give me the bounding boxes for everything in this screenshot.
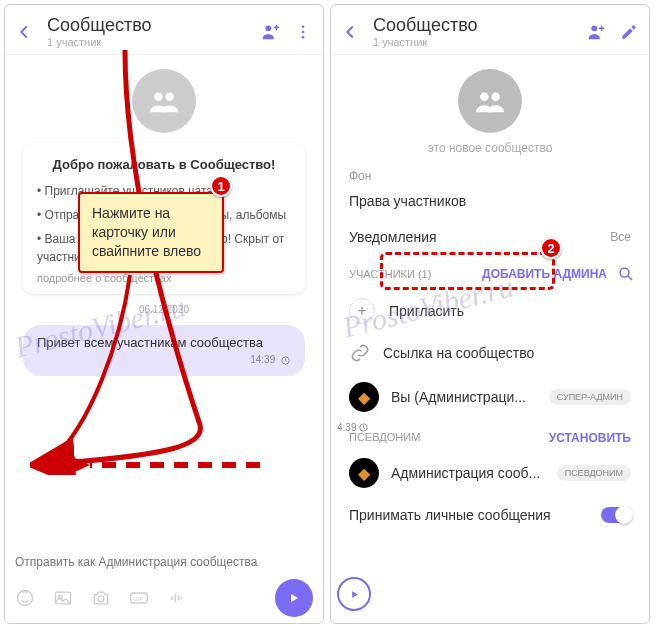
row-notifications[interactable]: Уведомления Все xyxy=(331,219,649,255)
search-icon[interactable] xyxy=(617,265,635,283)
header: Сообщество 1 участник xyxy=(5,5,323,55)
more-icon[interactable] xyxy=(291,20,315,44)
subtitle: 1 участник xyxy=(47,36,251,48)
svg-point-14 xyxy=(591,25,597,31)
community-avatar[interactable] xyxy=(458,69,522,133)
welcome-title: Добро пожаловать в Сообщество! xyxy=(37,157,291,172)
svg-point-17 xyxy=(620,268,629,277)
camera-icon[interactable] xyxy=(91,588,111,608)
svg-point-4 xyxy=(302,35,305,38)
gif-icon[interactable]: GIF xyxy=(129,588,149,608)
add-member-icon[interactable] xyxy=(585,20,609,44)
pseudonym-header: ПСЕВДОНИМ УСТАНОВИТЬ xyxy=(331,421,649,449)
section-background[interactable]: Фон xyxy=(331,169,649,183)
svg-point-11 xyxy=(98,596,104,602)
play-button[interactable] xyxy=(337,577,371,611)
subtitle: 1 участник xyxy=(373,36,577,48)
message-bubble[interactable]: Привет всем участникам сообщества 14:39 xyxy=(23,325,305,376)
composer: GIF xyxy=(5,543,323,623)
svg-point-3 xyxy=(302,30,305,33)
welcome-more-link[interactable]: подробнее о сообществах xyxy=(37,272,291,284)
gallery-icon[interactable] xyxy=(53,588,73,608)
role-badge: СУПЕР-АДМИН xyxy=(549,389,631,405)
svg-point-16 xyxy=(491,93,500,102)
svg-point-5 xyxy=(154,93,163,102)
message-time: 14:39 xyxy=(37,354,291,366)
send-button[interactable] xyxy=(275,579,313,617)
svg-point-15 xyxy=(480,93,489,102)
row-member-rights[interactable]: Права участников xyxy=(331,183,649,219)
annotation-badge-1: 1 xyxy=(210,175,232,197)
add-member-icon[interactable] xyxy=(259,20,283,44)
voice-icon[interactable] xyxy=(167,588,187,608)
plus-icon: + xyxy=(349,298,375,324)
row-pseudonym[interactable]: ◆ Администрация сооб... ПСЕВДОНИМ xyxy=(331,449,649,497)
sticker-icon[interactable] xyxy=(15,588,35,608)
header: Сообщество 1 участник xyxy=(331,5,649,55)
svg-point-0 xyxy=(265,25,271,31)
role-badge: ПСЕВДОНИМ xyxy=(557,465,631,481)
toggle-switch[interactable] xyxy=(601,507,631,523)
avatar: ◆ xyxy=(349,458,379,488)
community-intro: это новое сообщество xyxy=(331,141,649,155)
community-avatar xyxy=(132,69,196,133)
row-accept-dm[interactable]: Принимать личные сообщения xyxy=(331,497,649,527)
date-separator: 06.12.2020 xyxy=(5,304,323,315)
page-title: Сообщество xyxy=(373,15,577,36)
phone-left: Сообщество 1 участник Добро пожаловать в… xyxy=(4,4,324,624)
annotation-callout: Нажмите на карточку или свайпните влево xyxy=(78,192,224,273)
svg-point-6 xyxy=(165,93,174,102)
annotation-badge-2: 2 xyxy=(540,237,562,259)
row-community-link[interactable]: Ссылка на сообщество xyxy=(331,333,649,373)
back-icon[interactable] xyxy=(339,21,361,43)
edit-icon[interactable] xyxy=(617,20,641,44)
back-icon[interactable] xyxy=(13,21,35,43)
svg-text:GIF: GIF xyxy=(133,596,143,602)
phone-right: Сообщество 1 участник это новое сообщест… xyxy=(330,4,650,624)
row-invite[interactable]: + Пригласить xyxy=(331,289,649,333)
page-title: Сообщество xyxy=(47,15,251,36)
svg-point-2 xyxy=(302,25,305,28)
avatar: ◆ xyxy=(349,382,379,412)
set-pseudonym-link[interactable]: УСТАНОВИТЬ xyxy=(549,431,631,445)
link-icon xyxy=(349,342,371,364)
message-input[interactable] xyxy=(15,549,313,575)
time-fragment: 4:39 xyxy=(337,422,369,433)
message-text: Привет всем участникам сообщества xyxy=(37,335,263,350)
row-member-you[interactable]: ◆ Вы (Администраци... СУПЕР-АДМИН xyxy=(331,373,649,421)
annotation-highlight-box xyxy=(380,252,555,290)
